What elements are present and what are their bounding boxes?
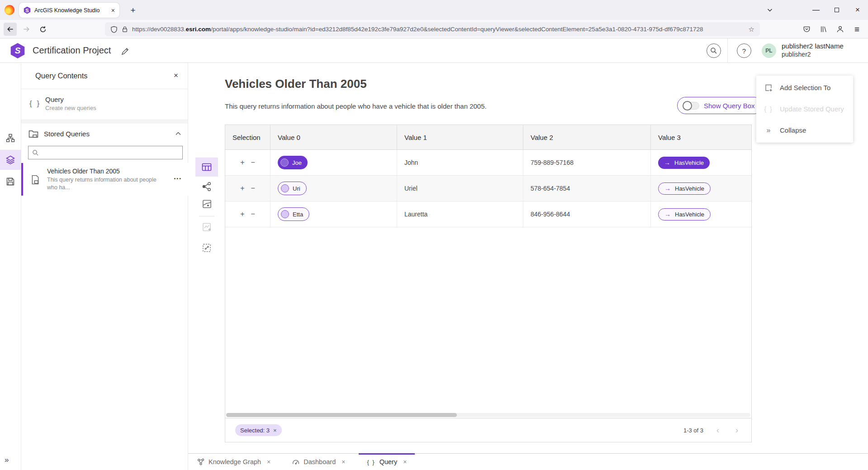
firefox-logo-icon[interactable] — [5, 5, 14, 15]
cell-value2: 578-654-7854 — [523, 176, 651, 201]
tracking-shield-icon[interactable] — [110, 26, 118, 33]
map-view-icon[interactable] — [202, 199, 212, 209]
link-chart-icon[interactable] — [202, 182, 212, 192]
menu-item-collapse[interactable]: » Collapse — [756, 120, 853, 141]
tab-close-icon[interactable]: × — [111, 7, 115, 14]
show-query-box-toggle[interactable]: Show Query Box — [677, 97, 763, 114]
contents-layers-icon[interactable] — [5, 155, 15, 165]
add-to-selection-button[interactable]: + — [240, 210, 244, 218]
remove-from-selection-button[interactable]: − — [251, 158, 255, 167]
tab-label: Query — [379, 458, 398, 465]
stored-queries-header: Stored Queries — [21, 124, 188, 144]
user-avatar[interactable]: PL — [762, 43, 776, 58]
pagination-label: 1-3 of 3 — [683, 427, 703, 434]
account-icon[interactable] — [834, 23, 847, 36]
add-to-selection-button[interactable]: + — [240, 184, 244, 192]
project-title: Certification Project — [33, 45, 111, 56]
remove-from-selection-button[interactable]: − — [251, 184, 255, 192]
entity-pill[interactable]: Uri — [278, 182, 307, 195]
toolcol-divider — [199, 216, 214, 216]
context-menu: Add Selection To { } Update Stored Query… — [756, 76, 853, 143]
new-tab-button[interactable]: + — [127, 4, 139, 17]
menu-item-label: Add Selection To — [780, 84, 830, 91]
stored-query-item[interactable]: Vehicles Older Than 2005 This query retu… — [21, 163, 188, 196]
knowledge-graph-icon — [197, 458, 204, 465]
tab-query[interactable]: { } Query × — [361, 454, 412, 470]
library-icon[interactable] — [817, 23, 830, 36]
remove-from-selection-button[interactable]: − — [251, 210, 255, 218]
add-to-selection-button[interactable]: + — [240, 158, 244, 167]
horizontal-scrollbar[interactable] — [226, 413, 750, 417]
table-row: + − Joe John 759-889-57168 →HasVehicle — [225, 150, 751, 176]
collapse-section-icon[interactable] — [174, 129, 182, 138]
browser-tabstrip: S ArcGIS Knowledge Studio × + — × — [0, 0, 868, 20]
table-body: + − Joe John 759-889-57168 →HasVehicle +… — [225, 150, 751, 418]
maximize-button[interactable] — [826, 0, 847, 20]
column-header-selection[interactable]: Selection — [225, 125, 270, 149]
window-controls: — × — [759, 0, 868, 20]
browser-tab[interactable]: S ArcGIS Knowledge Studio × — [19, 3, 119, 18]
search-input[interactable] — [42, 149, 179, 156]
bookmark-star-icon[interactable]: ☆ — [749, 25, 754, 34]
folder-icon — [28, 129, 39, 139]
panel-header: Query Contents × — [21, 63, 188, 89]
back-button[interactable] — [4, 23, 17, 36]
menu-icon[interactable]: ≡ — [850, 23, 863, 36]
expand-rail-icon[interactable]: » — [5, 456, 9, 465]
table-view-icon[interactable] — [202, 162, 212, 172]
help-button[interactable]: ? — [737, 43, 751, 58]
browser-toolbar: https://dev0028833.esri.com/portal/apps/… — [0, 20, 868, 38]
relationship-pill[interactable]: →HasVehicle — [658, 182, 711, 195]
list-tabs-icon[interactable] — [759, 0, 780, 20]
relationship-pill[interactable]: →HasVehicle — [658, 208, 711, 221]
scrollbar-thumb[interactable] — [226, 413, 457, 417]
entity-pill[interactable]: Etta — [278, 207, 309, 221]
previous-page-button[interactable]: ‹ — [713, 426, 722, 435]
tab-knowledge-graph[interactable]: Knowledge Graph × — [192, 454, 276, 470]
main-content: Vehicles Older Than 2005 This query retu… — [188, 63, 868, 453]
query-create-item[interactable]: { } Query Create new queries — [21, 89, 188, 120]
user-info[interactable]: publisher2 lastName publisher2 — [782, 42, 844, 58]
new-selection-icon[interactable] — [202, 243, 212, 253]
column-header-value2[interactable]: Value 2 — [523, 125, 651, 149]
column-header-value3[interactable]: Value 3 — [651, 125, 752, 149]
app-header: S Certification Project ? PL publisher2 … — [0, 38, 868, 63]
clear-selection-icon[interactable]: × — [273, 427, 277, 434]
toggle-knob — [683, 101, 692, 110]
user-name: publisher2 lastName — [782, 42, 844, 51]
cell-value1: John — [397, 150, 523, 175]
tab-close-icon[interactable]: × — [403, 458, 407, 465]
item-options-icon[interactable]: ••• — [174, 176, 182, 181]
selected-count-label: Selected: 3 — [240, 427, 270, 434]
selected-count-chip[interactable]: Selected: 3 × — [235, 424, 282, 436]
stored-queries-title: Stored Queries — [44, 130, 90, 138]
column-header-value0[interactable]: Value 0 — [270, 125, 397, 149]
reload-button[interactable] — [36, 23, 49, 36]
window-close-button[interactable]: × — [847, 0, 868, 20]
relationship-pill[interactable]: →HasVehicle — [658, 157, 710, 169]
save-icon[interactable] — [5, 177, 15, 187]
app-window: S ArcGIS Knowledge Studio × + — × — [0, 0, 868, 470]
tab-close-icon[interactable]: × — [267, 458, 270, 465]
data-model-icon[interactable] — [5, 133, 15, 143]
stored-query-description: This query returns information about peo… — [47, 176, 161, 192]
minimize-button[interactable]: — — [806, 0, 826, 20]
arrow-right-icon: → — [664, 185, 671, 192]
tab-close-icon[interactable]: × — [342, 458, 345, 465]
pocket-icon[interactable] — [800, 23, 813, 36]
lock-icon[interactable] — [122, 26, 128, 33]
entity-pill[interactable]: Joe — [278, 156, 308, 169]
search-button[interactable] — [707, 43, 721, 58]
braces-icon: { } — [764, 106, 773, 113]
arcgis-favicon-icon: S — [24, 7, 31, 14]
forward-button[interactable] — [20, 23, 33, 36]
url-bar[interactable]: https://dev0028833.esri.com/portal/apps/… — [105, 22, 760, 36]
column-header-value1[interactable]: Value 1 — [397, 125, 523, 149]
tab-dashboard[interactable]: Dashboard × — [287, 454, 351, 470]
arcgis-knowledge-logo: S — [10, 43, 25, 58]
next-page-button[interactable]: › — [732, 426, 741, 435]
panel-close-icon[interactable]: × — [171, 70, 181, 81]
menu-item-add-selection-to[interactable]: Add Selection To — [756, 77, 853, 98]
edit-title-icon[interactable] — [119, 46, 130, 57]
toggle-switch[interactable] — [683, 102, 699, 110]
